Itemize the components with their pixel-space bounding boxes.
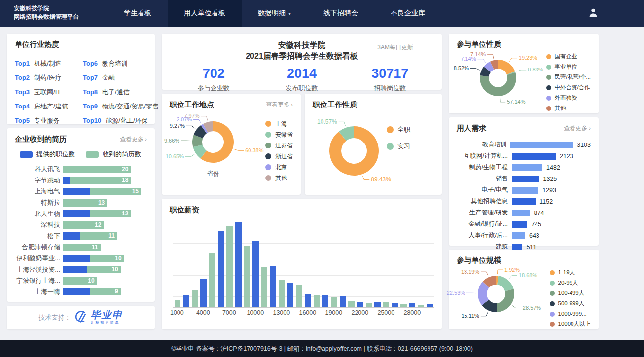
bar-slot <box>338 222 347 307</box>
demand-value: 3103 <box>577 142 591 148</box>
tech-support-card: 技术支持： 毕业申 让校招更简单 <box>7 306 155 329</box>
nav-item-label: 不良企业库 <box>391 9 425 18</box>
legend-item[interactable]: 事业单位 <box>546 62 591 72</box>
salary-bar <box>383 302 390 307</box>
view-more-link[interactable]: 查看更多› <box>564 124 591 133</box>
resumes-bar-segment: 12 <box>90 210 131 217</box>
legend-label: 500-999人 <box>558 298 585 309</box>
nav-item[interactable]: 数据明细▾ <box>242 0 307 27</box>
positions-bar-segment <box>63 255 90 262</box>
demand-category: 生产管理/研发 <box>457 209 508 217</box>
view-more-link[interactable]: 查看更多› <box>120 135 147 143</box>
demand-bar <box>512 232 525 239</box>
bar-track: 10 <box>63 266 121 273</box>
bar-slot <box>426 222 434 307</box>
resumes-bar-segment: 10 <box>90 255 124 262</box>
salary-bar <box>400 304 407 307</box>
legend-item[interactable]: 北京 <box>265 162 293 173</box>
nav-item[interactable]: 不良企业库 <box>374 0 441 27</box>
bar-slot <box>330 222 339 307</box>
legend-item[interactable]: 安徽省 <box>265 129 293 140</box>
legend-swatch <box>550 322 555 327</box>
brand-line1: 安徽科技学院 <box>14 4 107 13</box>
biyeshen-logo[interactable]: 毕业申 让校招更简单 <box>74 309 123 326</box>
nav-item-label: 学生看板 <box>124 9 151 18</box>
resume-row: 科大讯飞20 <box>15 164 147 175</box>
legend-item[interactable]: 500-999人 <box>550 298 591 309</box>
industry-rank: Top1 <box>15 60 30 67</box>
label-leader-line <box>470 69 480 71</box>
resume-row: 北大生物12 <box>15 208 147 219</box>
legend-item[interactable]: 实习 <box>387 138 410 155</box>
legend-swatch <box>546 54 551 59</box>
salary-bar <box>270 266 277 307</box>
view-more-link[interactable]: 查看更多› <box>266 101 293 109</box>
legend-item[interactable]: 收到的简历数 <box>86 150 141 159</box>
nav-item[interactable]: 用人单位看板 <box>168 0 242 27</box>
industry-top10-list: Top1机械/制造Top2制药/医疗Top3互联网/ITTop4房地产/建筑To… <box>15 56 147 128</box>
salary-bar <box>340 296 346 307</box>
legend-swatch <box>546 85 551 90</box>
resume-row: 合肥沛顿存储11 <box>15 242 147 253</box>
legend-item[interactable]: 1000-999... <box>550 309 591 319</box>
legend-item[interactable]: 上海 <box>265 118 293 129</box>
industry-item: Top6教育培训 <box>83 56 159 71</box>
legend-swatch <box>265 143 271 148</box>
label-leader-line <box>234 149 244 150</box>
card-title: 职位工作性质 <box>313 100 357 109</box>
legend-swatch <box>550 291 555 296</box>
demand-bar <box>512 176 539 182</box>
legend-item[interactable]: 浙江省 <box>265 151 293 162</box>
nav-item[interactable]: 学生看板 <box>107 0 168 27</box>
legend-label: 国有企业 <box>555 51 577 62</box>
user-menu[interactable] <box>588 0 599 27</box>
legend-item[interactable]: 江苏省 <box>265 140 293 151</box>
legend-item[interactable]: 20-99人 <box>550 278 591 288</box>
demand-category: 电子/电气 <box>457 186 508 194</box>
resume-row: 伊利酸奶事业...10 <box>15 253 147 264</box>
bar-slot <box>278 222 286 307</box>
salary-bar <box>409 303 416 307</box>
demand-category: 销售 <box>457 175 508 183</box>
positions-bar-segment <box>63 177 70 184</box>
nav-item[interactable]: 线下招聘会 <box>307 0 374 27</box>
brand-logo: 安徽科技学院 网络招聘会数据管理平台 <box>0 0 107 27</box>
legend-item[interactable]: 中外合资/合作 <box>546 82 591 93</box>
resume-row: 上海电气15 <box>15 186 147 197</box>
legend-item[interactable]: 1-19人 <box>550 267 591 278</box>
bar-track: 11 <box>63 232 117 240</box>
bar-slot <box>260 222 269 307</box>
label-leader-line <box>185 154 195 157</box>
legend-label: 收到的简历数 <box>103 150 141 159</box>
donut-percent-label: 10.65% <box>166 153 184 159</box>
resumes-bar-segment: 15 <box>90 188 141 195</box>
legend-label: 1-19人 <box>558 267 575 278</box>
demand-value: 2123 <box>560 153 573 160</box>
legend-item[interactable]: 外商独资 <box>546 93 591 103</box>
legend-item[interactable]: 提供的职位数 <box>20 150 75 159</box>
legend-item[interactable]: 其他 <box>265 173 293 183</box>
x-tick-label: 19000 <box>325 309 342 316</box>
industry-item: Top9物流/交通/贸易/零售 <box>83 99 159 113</box>
resumes-bar-segment: 11 <box>80 232 117 240</box>
salary-x-axis: 1000400070001000013000160001900022000250… <box>173 308 434 317</box>
bar-slot <box>356 222 364 307</box>
legend-label: 上海 <box>275 118 287 129</box>
legend-item[interactable]: 国有企业 <box>546 51 591 62</box>
legend-item[interactable]: 100-499人 <box>550 288 591 298</box>
salary-bar <box>322 295 328 307</box>
legend-swatch <box>86 151 99 158</box>
bar-slot <box>417 222 426 307</box>
legend-item[interactable]: 其他 <box>546 103 591 113</box>
job-location-card: 职位工作地点 查看更多› 60.38%10.65%9.66%9.27%2.07%… <box>162 94 301 195</box>
legend-item[interactable]: 10000人以上 <box>550 319 591 329</box>
legend-item[interactable]: 全职 <box>387 121 410 138</box>
bar-track: 11 <box>63 244 101 251</box>
legend-item[interactable]: 民营/私营/个... <box>546 72 591 82</box>
salary-bar <box>235 222 242 307</box>
salary-bar <box>296 285 303 307</box>
bar-slot <box>295 222 304 307</box>
demand-value: 874 <box>534 210 544 216</box>
industry-item: Top3互联网/IT <box>15 85 83 99</box>
industry-name: 机械/制造 <box>34 59 62 68</box>
